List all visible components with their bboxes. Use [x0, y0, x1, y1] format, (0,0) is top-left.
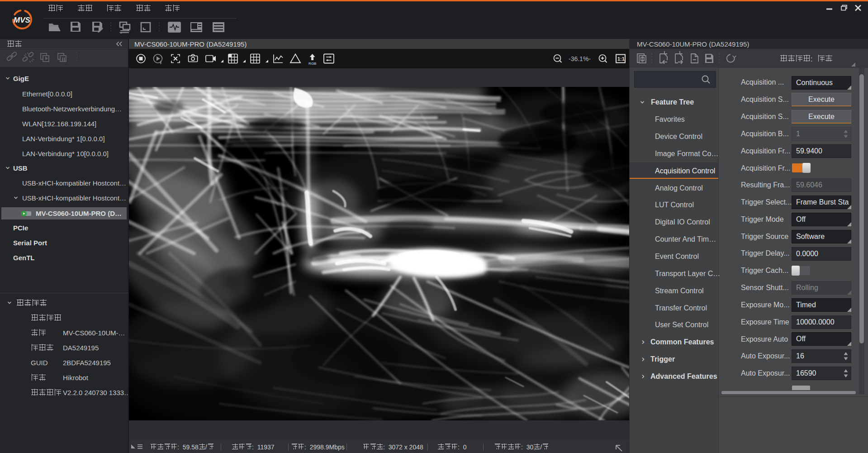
svg-text:RGB: RGB	[308, 62, 316, 66]
svg-text:MVS: MVS	[14, 16, 31, 24]
svg-text:-36.1%-: -36.1%-	[569, 55, 591, 62]
svg-text:1:1: 1:1	[617, 56, 625, 62]
